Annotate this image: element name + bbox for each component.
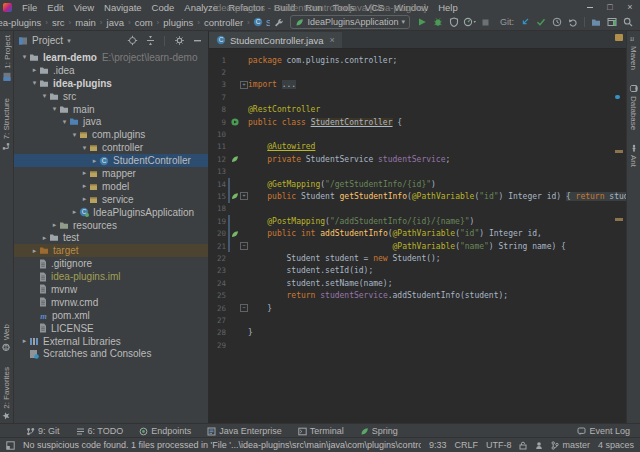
tree-row-mapper[interactable]: ▸mapper	[14, 167, 208, 180]
code-line-19[interactable]: 19 @PostMapping("/addStudentInfo/{id}/{n…	[209, 215, 626, 227]
breadcrumb-item[interactable]: plugins	[162, 17, 194, 28]
tree-row-target[interactable]: ▸target	[14, 244, 208, 257]
code-line-27[interactable]: 27	[209, 314, 626, 326]
event-log-button[interactable]: Event Log	[577, 426, 630, 436]
wrench-icon[interactable]	[270, 15, 286, 29]
tree-row-model[interactable]: ▸model	[14, 180, 208, 193]
tool-stripe-maven[interactable]: mMaven	[629, 35, 638, 70]
menu-view[interactable]: View	[69, 2, 99, 13]
stop-button[interactable]	[478, 15, 494, 29]
tree-row-service[interactable]: ▸service	[14, 193, 208, 206]
tree-row-idea-plugins[interactable]: ▾idea-plugins	[14, 77, 208, 90]
run-class-gutter-icon[interactable]	[230, 118, 240, 126]
chevron-down-icon[interactable]: ▾	[67, 37, 71, 45]
code-line-23[interactable]: 23 student.setId(id);	[209, 265, 626, 277]
chevron-right-icon[interactable]: ▸	[50, 221, 59, 229]
spring-bean-gutter-icon[interactable]	[230, 155, 240, 163]
chevron-right-icon[interactable]: ▸	[70, 208, 79, 216]
breadcrumb-item[interactable]: src	[51, 17, 66, 28]
indent-setting[interactable]: 4 spaces	[598, 440, 634, 450]
chevron-down-icon[interactable]: ▾	[70, 131, 79, 139]
inspection-indicator[interactable]	[615, 34, 623, 41]
code-line-28[interactable]: 28}	[209, 327, 626, 339]
profiler-button[interactable]	[462, 15, 478, 29]
inspections-profile-icon[interactable]	[535, 441, 543, 450]
code-line-11[interactable]: 11 @Autowired	[209, 141, 626, 153]
caret-position[interactable]: 9:33	[429, 440, 447, 450]
code-line-29[interactable]: 29	[209, 339, 626, 351]
code-line-15[interactable]: 15+ public Student getStudentInfo(@PathV…	[209, 190, 626, 202]
collapse-all-button[interactable]	[143, 35, 157, 46]
tree-row--gitignore[interactable]: .gitignore	[14, 257, 208, 270]
line-separator[interactable]: CRLF	[454, 440, 478, 450]
tree-row-idea-plugins-iml[interactable]: idea-plugins.iml	[14, 270, 208, 283]
menu-edit[interactable]: Edit	[42, 2, 68, 13]
tool-window-button-6-todo[interactable]: 6: TODO	[76, 426, 124, 436]
tree-row-mvnw-cmd[interactable]: mvnw.cmd	[14, 296, 208, 309]
tree-row-pom-xml[interactable]: mpom.xml	[14, 309, 208, 322]
spring-bean-gutter-icon[interactable]	[230, 192, 240, 200]
locate-file-button[interactable]	[125, 35, 139, 46]
code-line-20[interactable]: 20 public int addStudentInfo(@PathVariab…	[209, 227, 626, 239]
fold-toggle-icon[interactable]: +	[240, 192, 248, 200]
fold-toggle-icon[interactable]: −	[240, 304, 248, 312]
editor-tab[interactable]: C StudentController.java ×	[209, 32, 342, 48]
history-button[interactable]	[549, 15, 565, 29]
git-update-button[interactable]	[517, 15, 533, 29]
code-line-26[interactable]: 26− }	[209, 302, 626, 314]
close-button[interactable]: ×	[620, 0, 640, 14]
hide-panel-button[interactable]	[190, 36, 204, 45]
tree-row-external-libraries[interactable]: ▸External Libraries	[14, 335, 208, 348]
git-commit-button[interactable]	[533, 15, 549, 29]
code-line-25[interactable]: 25 return studentService.addStudentInfo(…	[209, 289, 626, 301]
tool-stripe-ant[interactable]: Ant	[629, 144, 638, 167]
code-line-1[interactable]: 1package com.plugins.controller;	[209, 54, 626, 66]
tree-row-com-plugins[interactable]: ▾com.plugins	[14, 128, 208, 141]
menu-code[interactable]: Code	[147, 2, 180, 13]
tool-stripe-2-favorites[interactable]: 2: Favorites	[2, 367, 11, 420]
chevron-down-icon[interactable]: ▾	[80, 144, 89, 152]
tool-stripe-web[interactable]: Web	[2, 324, 11, 351]
chevron-down-icon[interactable]: ▾	[50, 105, 59, 113]
code-line-24[interactable]: 24 student.setName(name);	[209, 277, 626, 289]
breadcrumb-item[interactable]: com	[134, 17, 154, 28]
chevron-right-icon[interactable]: ▸	[90, 157, 99, 165]
tree-row-mvnw[interactable]: mvnw	[14, 283, 208, 296]
run-config-select[interactable]: IdeaPluginsApplication ▾	[290, 15, 410, 29]
breadcrumb-item[interactable]: idea-plugins	[0, 17, 42, 28]
gear-icon[interactable]	[172, 35, 186, 46]
tool-window-button-spring[interactable]: Spring	[360, 426, 398, 436]
chevron-down-icon[interactable]: ▾	[20, 53, 29, 61]
menu-help[interactable]: Help	[433, 2, 463, 13]
tool-window-button-java-enterprise[interactable]: Java Enterprise	[207, 426, 282, 436]
project-panel-title[interactable]: Project	[32, 35, 63, 46]
minimize-button[interactable]	[580, 0, 600, 14]
fold-toggle-icon[interactable]: +	[240, 81, 248, 89]
tree-row-learn-demo[interactable]: ▾learn-demoE:\project\learn-demo	[14, 51, 208, 64]
code-line-14[interactable]: 14 @GetMapping("/getStudentInfo/{id}")	[209, 178, 626, 190]
breadcrumb-item[interactable]: main	[74, 17, 97, 28]
restore-layout-button[interactable]	[604, 15, 620, 29]
tool-window-button-terminal[interactable]: Terminal	[298, 426, 344, 436]
chevron-right-icon[interactable]: ▸	[40, 234, 49, 242]
tree-row-studentcontroller[interactable]: ▸CStudentController	[14, 154, 208, 167]
maximize-button[interactable]: □	[600, 0, 620, 14]
code-line-12[interactable]: 12 private StudentService studentService…	[209, 153, 626, 165]
tree-row-scratches-and-consoles[interactable]: Scratches and Consoles	[14, 347, 208, 360]
tool-stripe-database[interactable]: Database	[629, 84, 638, 130]
chevron-down-icon[interactable]: ▾	[30, 79, 39, 87]
code-line-21[interactable]: 21− @PathVariable("name") String name) {	[209, 240, 626, 252]
chevron-right-icon[interactable]: ▸	[80, 169, 89, 177]
tree-row-ideapluginsapplication[interactable]: ▸CIdeaPluginsApplication	[14, 206, 208, 219]
status-message[interactable]: No suspicious code found. 1 files proces…	[23, 440, 421, 450]
code-line-10[interactable]: 10	[209, 128, 626, 140]
chevron-right-icon[interactable]: ▸	[30, 66, 39, 74]
tree-row-license[interactable]: LICENSE	[14, 322, 208, 335]
breadcrumb-item[interactable]: controller	[203, 17, 244, 28]
menu-file[interactable]: File	[17, 2, 42, 13]
chevron-right-icon[interactable]: ▸	[80, 195, 89, 203]
code-line-13[interactable]: 13	[209, 166, 626, 178]
code-line-22[interactable]: 22 Student student = new Student();	[209, 252, 626, 264]
tree-row-controller[interactable]: ▾controller	[14, 141, 208, 154]
search-everywhere-button[interactable]	[620, 15, 636, 29]
